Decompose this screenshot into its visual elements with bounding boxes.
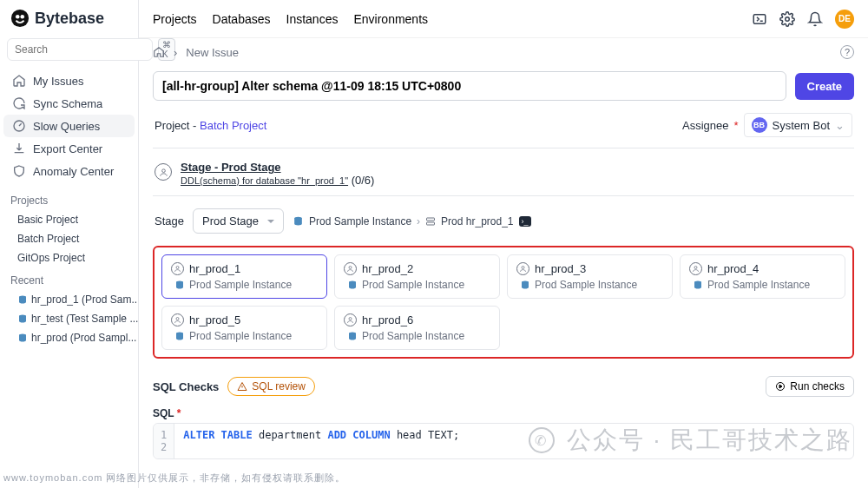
svg-point-0 [11,10,29,27]
nav-instances[interactable]: Instances [286,12,339,26]
stage-label: Stage [155,214,184,228]
brand-logo[interactable]: Bytebase [0,0,138,35]
path-instance[interactable]: Prod Sample Instance [309,215,411,228]
svg-point-17 [522,267,524,269]
sidebar-project-item[interactable]: Batch Project [0,229,138,248]
svg-point-15 [349,267,352,269]
sql-editor[interactable]: 12 ALTER TABLE department ADD COLUMN hea… [153,423,854,459]
db-card-hr-prod-3[interactable]: hr_prod_3 Prod Sample Instance [507,254,673,299]
svg-point-21 [176,318,179,320]
stage-status-icon [155,163,172,181]
sidebar-project-item[interactable]: GitOps Project [0,248,138,267]
sql-indicator-icon: ›_ [519,216,531,227]
sql-label: SQL [153,407,174,419]
sidebar-label: Export Center [33,142,102,155]
download-icon [12,142,26,155]
database-icon [347,280,358,290]
svg-point-13 [176,267,179,269]
assignee-badge: BB [752,117,767,133]
sidebar-label: Slow Queries [33,120,100,133]
stage-count: (0/6) [352,174,375,187]
svg-point-9 [161,168,165,172]
path-database[interactable]: Prod hr_prod_1 [441,215,513,228]
terminal-icon[interactable] [752,11,767,27]
issue-title-input[interactable] [153,71,786,101]
database-icon [174,331,185,341]
gear-icon[interactable] [779,11,795,27]
line-gutter: 12 [154,424,174,458]
svg-point-2 [20,15,24,19]
sidebar-project-item[interactable]: Basic Project [0,210,138,229]
db-card-hr-prod-6[interactable]: hr_prod_6 Prod Sample Instance [334,306,500,350]
breadcrumb-sep: › [174,46,177,59]
svg-point-19 [694,267,697,269]
stage-select[interactable]: Prod Stage [193,208,284,234]
database-icon [174,280,185,290]
sidebar-section-projects: Projects [0,188,138,210]
bytebase-logo-icon [10,9,30,28]
avatar[interactable]: DE [835,10,854,29]
sidebar-label: Anomaly Center [33,165,114,178]
chevron-down-icon: ⌄ [835,119,845,132]
sidebar-item-sync-schema[interactable]: Sync Schema [3,92,135,115]
play-icon [775,381,786,392]
project-label: Project [155,119,189,132]
nav-projects[interactable]: Projects [153,12,197,26]
sidebar: Bytebase ⌘ K My Issues Sync Schema Slow … [0,0,139,488]
db-card-hr-prod-4[interactable]: hr_prod_4 Prod Sample Instance [680,254,845,299]
brand-name: Bytebase [35,10,104,28]
nav-databases[interactable]: Databases [213,12,271,26]
search-input[interactable] [7,38,153,61]
assignee-value: System Bot [773,119,830,132]
breadcrumb-current: New Issue [186,46,239,59]
shield-icon [12,164,26,178]
svg-point-8 [786,16,790,21]
nav-environments[interactable]: Environments [353,12,428,26]
footer-note: www.toymoban.com 网络图片仅供展示，非存储，如有侵权请联系删除。 [3,472,345,485]
sidebar-recent-item[interactable]: hr_prod (Prod Sampl... [0,328,138,347]
warning-icon [237,381,247,392]
sidebar-label: My Issues [33,75,84,88]
assignee-label: Assignee [682,119,728,132]
database-icon [17,294,28,305]
project-link[interactable]: Batch Project [200,119,266,132]
sidebar-section-recent: Recent [0,267,138,290]
sql-code[interactable]: ALTER TABLE department ADD COLUMN head T… [174,424,468,458]
sidebar-recent-item[interactable]: hr_test (Test Sample ... [0,309,138,328]
database-icon [17,313,28,324]
svg-point-23 [349,318,352,320]
topbar: Projects Databases Instances Environment… [139,0,868,38]
stage-subtitle[interactable]: DDL(schema) for database "hr_prod_1" [181,175,348,186]
create-button[interactable]: Create [795,73,854,100]
help-icon[interactable]: ? [840,45,854,59]
sql-checks-label: SQL Checks [153,380,219,393]
sidebar-item-my-issues[interactable]: My Issues [3,69,135,92]
db-card-hr-prod-2[interactable]: hr_prod_2 Prod Sample Instance [334,254,500,299]
sql-review-badge[interactable]: SQL review [227,377,315,396]
storage-icon [425,216,436,227]
db-card-hr-prod-5[interactable]: hr_prod_5 Prod Sample Instance [161,306,327,350]
run-checks-button[interactable]: Run checks [766,376,854,397]
bell-icon[interactable] [807,11,823,27]
database-icon [293,215,304,227]
stage-title[interactable]: Stage - Prod Stage [181,161,374,174]
database-grid: hr_prod_1 Prod Sample Instance hr_prod_2… [153,246,854,359]
sidebar-label: Sync Schema [33,97,102,110]
sidebar-recent-item[interactable]: hr_prod_1 (Prod Sam... [0,290,138,309]
database-icon [693,280,703,290]
assignee-select[interactable]: BB System Bot ⌄ [744,113,852,137]
home-icon[interactable] [153,46,165,58]
sync-icon [12,96,26,110]
home-icon [12,74,26,88]
database-icon [347,331,358,341]
svg-point-1 [16,15,20,19]
database-icon [520,280,530,290]
sidebar-item-slow-queries[interactable]: Slow Queries [3,115,135,137]
gauge-icon [12,119,26,133]
svg-rect-12 [427,222,435,225]
sidebar-item-export-center[interactable]: Export Center [3,137,135,160]
sidebar-item-anomaly-center[interactable]: Anomaly Center [3,160,135,182]
svg-rect-11 [427,218,435,221]
database-icon [17,333,28,343]
db-card-hr-prod-1[interactable]: hr_prod_1 Prod Sample Instance [161,254,327,299]
